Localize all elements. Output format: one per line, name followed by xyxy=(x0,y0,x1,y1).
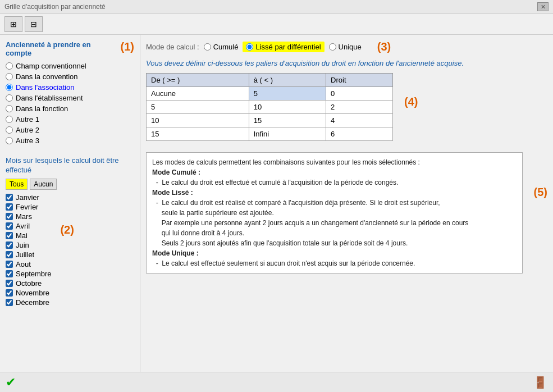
month-label-avril: Avril xyxy=(16,222,30,230)
table-body: Aucune5051021015415Infini6 xyxy=(147,87,393,141)
mode-label: Mode de calcul : xyxy=(146,43,199,51)
section5-label: (5) xyxy=(534,186,547,199)
month-label-mai: Mai xyxy=(16,231,28,240)
cell-droit: 6 xyxy=(326,127,393,141)
month-label-octobre: Octobre xyxy=(16,279,42,288)
cell-droit: 0 xyxy=(326,87,393,101)
cell-from: 10 xyxy=(147,114,249,127)
anciennete-section: Ancienneté à prendre en compte Champ con… xyxy=(6,40,117,152)
radio-group: Champ conventionnel Dans la convention D… xyxy=(6,62,117,145)
btn-aucun[interactable]: Aucun xyxy=(30,179,57,190)
cell-from: 15 xyxy=(147,127,249,141)
desc-mode-cumule-text: - Le calcul du droit est effectué et cum… xyxy=(152,177,517,188)
months-buttons: Tous Aucun xyxy=(6,179,57,190)
btn-tous[interactable]: Tous xyxy=(6,179,28,190)
cell-from: 5 xyxy=(147,101,249,114)
desc-unique-text: - Le calcul est effectué seulement si au… xyxy=(152,258,517,268)
table-row[interactable]: 10154 xyxy=(147,114,393,127)
anciennete-title: Ancienneté à prendre en compte xyxy=(6,40,117,57)
info-text: Vous devez définir ci-dessous les palier… xyxy=(146,59,547,67)
mode-lisse[interactable]: Lissé par différentiel xyxy=(243,42,324,52)
confirm-icon[interactable]: ✔ xyxy=(6,375,16,390)
main-content: Ancienneté à prendre en compte Champ con… xyxy=(0,35,553,372)
desc-lisse-3: Par exemple une personne ayant 2 jours a… xyxy=(152,218,517,228)
window-title: Grille d'acquisition par ancienneté xyxy=(4,3,106,11)
month-item-juin[interactable]: Juin xyxy=(6,241,57,249)
exit-btn[interactable]: 🚪 xyxy=(533,376,547,389)
month-label-fevrier: Fevrier xyxy=(16,203,38,211)
months-title: Mois sur lesquels le calcul doit être ef… xyxy=(6,156,134,175)
toolbar-btn-1[interactable]: ⊞ xyxy=(4,16,22,32)
month-label-décembre: Décembre xyxy=(16,298,49,307)
month-item-septembre[interactable]: Septembre xyxy=(6,270,57,278)
title-bar: Grille d'acquisition par ancienneté ✕ xyxy=(0,0,553,14)
desc-mode-unique-heading: Mode Unique : xyxy=(152,248,517,258)
months-list: JanvierFevrierMarsAvrilMaiJuinJuilletAou… xyxy=(6,193,57,307)
section2-label: (2) xyxy=(60,224,74,236)
table-row[interactable]: 5102 xyxy=(147,101,393,114)
col-from: De ( >= ) xyxy=(147,74,249,87)
month-label-septembre: Septembre xyxy=(16,270,52,278)
close-button[interactable]: ✕ xyxy=(537,2,549,11)
description-box: Les modes de calculs permettent les comb… xyxy=(146,152,523,274)
desc-mode-lisse-heading: Mode Lissé : xyxy=(152,188,517,198)
cell-to[interactable]: 5 xyxy=(249,87,326,101)
table-row[interactable]: 15Infini6 xyxy=(147,127,393,141)
desc-mode-cumule-heading: Mode Cumulé : xyxy=(152,167,517,177)
cell-droit: 4 xyxy=(326,114,393,127)
cell-to[interactable]: 15 xyxy=(249,114,326,127)
radio-champ[interactable]: Champ conventionnel xyxy=(6,62,117,70)
right-panel: Mode de calcul : Cumulé Lissé par différ… xyxy=(140,35,553,372)
radio-convention[interactable]: Dans la convention xyxy=(6,72,117,81)
radio-etablissement[interactable]: Dans l'établissement xyxy=(6,94,117,102)
cell-to[interactable]: 10 xyxy=(249,101,326,114)
month-item-mai[interactable]: Mai xyxy=(6,231,57,240)
toolbar-btn-2[interactable]: ⊟ xyxy=(25,16,43,32)
desc-lisse-4: qui lui donne droit à 4 jours. xyxy=(152,228,517,238)
month-item-juillet[interactable]: Juillet xyxy=(6,250,57,259)
month-item-fevrier[interactable]: Fevrier xyxy=(6,203,57,211)
paliers-table: De ( >= ) à ( < ) Droit Aucune5051021015… xyxy=(146,73,393,141)
bottom-bar: ✔ 🚪 xyxy=(0,372,553,392)
month-label-juillet: Juillet xyxy=(16,250,34,259)
month-label-aout: Aout xyxy=(16,260,31,268)
left-panel: Ancienneté à prendre en compte Champ con… xyxy=(0,35,140,372)
radio-autre2[interactable]: Autre 2 xyxy=(6,126,117,134)
month-label-janvier: Janvier xyxy=(16,193,39,202)
cell-droit: 2 xyxy=(326,101,393,114)
month-item-novembre[interactable]: Novembre xyxy=(6,289,57,297)
month-label-mars: Mars xyxy=(16,212,32,221)
month-item-octobre[interactable]: Octobre xyxy=(6,279,57,288)
radio-fonction[interactable]: Dans la fonction xyxy=(6,104,117,113)
col-droit: Droit xyxy=(326,74,393,87)
months-section: Tous Aucun JanvierFevrierMarsAvrilMaiJui… xyxy=(6,179,57,308)
col-to: à ( < ) xyxy=(249,74,326,87)
radio-autre3[interactable]: Autre 3 xyxy=(6,136,117,145)
desc-lisse-5: Seuls 2 jours sont ajoutés afin que l'ac… xyxy=(152,238,517,248)
desc-lisse-1: - Le calcul du droit est réalisé et comp… xyxy=(152,198,517,208)
mode-unique[interactable]: Unique xyxy=(329,43,362,51)
desc-lisse-2: seule la partie supérieure est ajoutée. xyxy=(152,208,517,218)
mode-cumule[interactable]: Cumulé xyxy=(204,43,239,51)
radio-association[interactable]: Dans l'association xyxy=(6,83,117,92)
cell-from: Aucune xyxy=(147,87,249,101)
radio-autre1[interactable]: Autre 1 xyxy=(6,115,117,124)
month-label-novembre: Novembre xyxy=(16,289,49,297)
section3-label: (3) xyxy=(377,40,391,53)
section1-label: (1) xyxy=(121,40,134,53)
month-item-aout[interactable]: Aout xyxy=(6,260,57,268)
toolbar: ⊞ ⊟ xyxy=(0,14,553,35)
month-item-avril[interactable]: Avril xyxy=(6,222,57,230)
month-item-décembre[interactable]: Décembre xyxy=(6,298,57,307)
month-item-mars[interactable]: Mars xyxy=(6,212,57,221)
section4-label: (4) xyxy=(404,95,418,108)
desc-intro: Les modes de calculs permettent les comb… xyxy=(152,157,517,167)
month-label-juin: Juin xyxy=(16,241,29,249)
main-window: Grille d'acquisition par ancienneté ✕ ⊞ … xyxy=(0,0,553,392)
cell-to[interactable]: Infini xyxy=(249,127,326,141)
month-item-janvier[interactable]: Janvier xyxy=(6,193,57,202)
table-row[interactable]: Aucune50 xyxy=(147,87,393,101)
